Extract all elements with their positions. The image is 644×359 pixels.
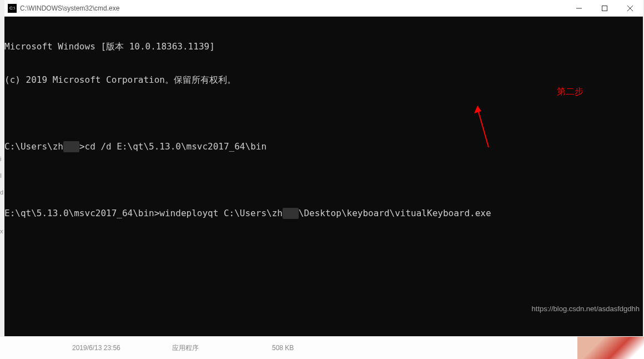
redacted-text (63, 141, 79, 152)
redacted-text (283, 208, 299, 219)
edge-char: i (0, 156, 1, 162)
terminal-line (4, 108, 643, 119)
explorer-strip: 2019/6/13 23:56 应用程序 508 KB (0, 337, 644, 359)
file-size: 508 KB (272, 344, 294, 352)
file-type: 应用程序 (172, 343, 199, 353)
watermark-text: https://blog.csdn.net/asdasfdgdhh (532, 305, 640, 313)
maximize-button[interactable] (592, 0, 617, 16)
svg-rect-1 (602, 6, 607, 11)
corner-image (577, 337, 644, 359)
cmd-window: C:\ C:\WINDOWS\system32\cmd.exe Microsof… (4, 0, 643, 336)
terminal-output[interactable]: Microsoft Windows [版本 10.0.18363.1139] (… (4, 17, 643, 336)
file-date: 2019/6/13 23:56 (72, 344, 120, 352)
terminal-line: Microsoft Windows [版本 10.0.18363.1139] (4, 41, 643, 52)
cmd-icon: C:\ (8, 4, 17, 13)
edge-char: I (0, 172, 2, 179)
window-controls (566, 0, 643, 16)
minimize-button[interactable] (566, 0, 592, 16)
terminal-line: C:\Users\zh >cd /d E:\qt\5.13.0\msvc2017… (4, 141, 643, 152)
edge-char: x (0, 228, 3, 235)
annotation-label: 第二步 (557, 86, 583, 97)
terminal-line: E:\qt\5.13.0\msvc2017_64\bin>windeployqt… (4, 208, 643, 219)
window-title: C:\WINDOWS\system32\cmd.exe (20, 4, 566, 12)
terminal-line: (c) 2019 Microsoft Corporation。保留所有权利。 (4, 74, 643, 86)
terminal-line (4, 174, 643, 186)
titlebar[interactable]: C:\ C:\WINDOWS\system32\cmd.exe (4, 0, 643, 17)
edge-char: d (0, 189, 3, 196)
close-button[interactable] (617, 0, 643, 16)
